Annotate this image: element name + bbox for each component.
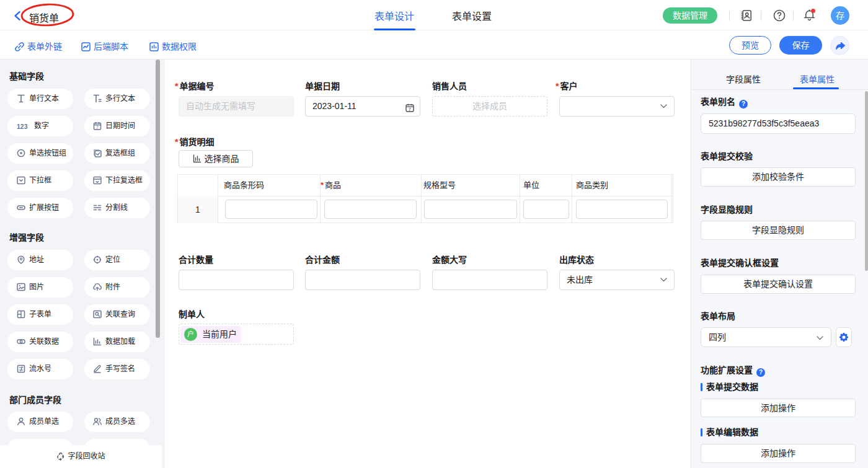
svg-text:7: 7 [96, 125, 99, 130]
svg-text:123: 123 [17, 123, 28, 130]
svg-text:7: 7 [409, 107, 412, 112]
